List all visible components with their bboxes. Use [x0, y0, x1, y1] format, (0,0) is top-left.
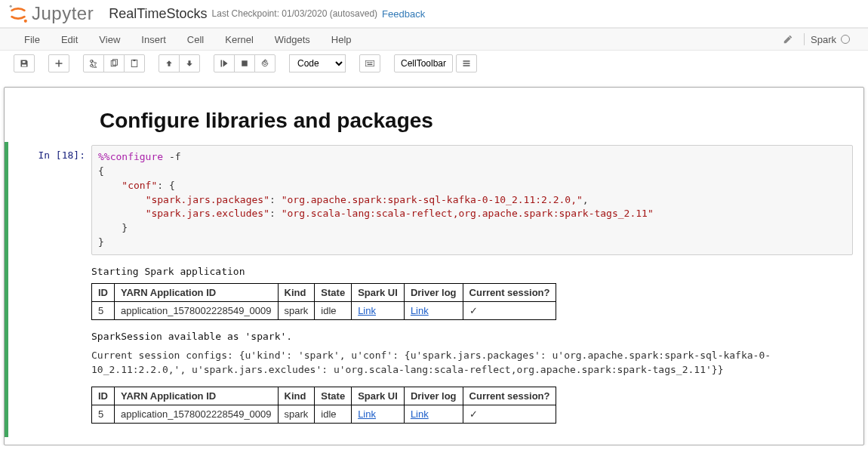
svg-point-2 [91, 65, 93, 67]
output-starting: Starting Spark application [91, 266, 853, 277]
edit-icon[interactable] [783, 34, 793, 45]
markdown-cell[interactable]: Configure libraries and packages [5, 109, 863, 133]
sparkui-link[interactable]: Link [358, 305, 376, 316]
checkpoint-text: Last Checkpoint: 01/03/2020 (autosaved) [212, 8, 377, 19]
restart-button[interactable] [254, 54, 275, 72]
cut-icon [89, 59, 98, 68]
stop-icon [240, 59, 249, 68]
svg-rect-8 [221, 60, 223, 67]
run-icon [220, 59, 229, 68]
svg-point-1 [24, 20, 27, 23]
table-row: 5 application_1578002228549_0009 spark i… [92, 405, 556, 423]
table-header-row: ID YARN Application ID Kind State Spark … [92, 387, 556, 405]
notebook-container: Configure libraries and packages In [18]… [4, 87, 864, 445]
spark-app-table-1: ID YARN Application ID Kind State Spark … [91, 283, 556, 320]
jupyter-logo[interactable]: Jupyter [8, 3, 94, 24]
output-session-config: Current session configs: {u'kind': 'spar… [91, 348, 853, 377]
keyboard-button[interactable] [359, 54, 380, 72]
svg-point-3 [91, 60, 93, 63]
svg-rect-9 [242, 60, 248, 66]
svg-rect-7 [134, 60, 136, 61]
svg-rect-12 [368, 62, 369, 63]
code-cell[interactable]: In [18]: %%configure -f { "conf": { "spa… [5, 142, 863, 437]
copy-icon [109, 59, 119, 68]
toolbar-extra-button[interactable] [456, 54, 477, 72]
svg-rect-13 [370, 62, 371, 63]
arrow-down-icon [185, 59, 194, 68]
menubar: File Edit View Insert Cell Kernel Widget… [0, 28, 868, 51]
svg-rect-11 [367, 62, 368, 63]
feedback-link[interactable]: Feedback [382, 8, 425, 20]
header-bar: Jupyter RealTimeStocks Last Checkpoint: … [0, 0, 868, 28]
in-prompt: In [18]: [16, 145, 91, 255]
heading: Configure libraries and packages [100, 109, 853, 133]
menu-kernel[interactable]: Kernel [214, 29, 264, 50]
svg-rect-18 [463, 65, 470, 66]
move-down-button[interactable] [179, 54, 200, 72]
jupyter-icon [8, 3, 29, 24]
logo-text: Jupyter [32, 3, 94, 24]
celltoolbar-button[interactable]: CellToolbar [394, 54, 453, 72]
move-up-button[interactable] [159, 54, 180, 72]
divider [804, 33, 805, 45]
kernel-status-icon [841, 35, 850, 44]
stop-button[interactable] [234, 54, 255, 72]
copy-button[interactable] [103, 54, 125, 72]
plus-icon [54, 59, 63, 68]
menu-file[interactable]: File [14, 29, 51, 50]
kernel-indicator: Spark [811, 34, 854, 45]
svg-point-0 [10, 5, 12, 8]
table-header-row: ID YARN Application ID Kind State Spark … [92, 283, 556, 301]
arrow-up-icon [165, 59, 174, 68]
table-row: 5 application_1578002228549_0009 spark i… [92, 301, 556, 319]
svg-rect-15 [368, 64, 373, 65]
svg-rect-16 [463, 60, 470, 62]
svg-rect-17 [463, 63, 470, 64]
output-area: Starting Spark application ID YARN Appli… [91, 261, 853, 434]
menu-view[interactable]: View [88, 29, 131, 50]
menu-edit[interactable]: Edit [51, 29, 88, 50]
spark-app-table-2: ID YARN Application ID Kind State Spark … [91, 387, 556, 424]
output-session-avail: SparkSession available as 'spark'. [91, 331, 853, 342]
code-input[interactable]: %%configure -f { "conf": { "spark.jars.p… [91, 145, 853, 255]
cell-type-select[interactable]: Code [289, 54, 346, 72]
paste-button[interactable] [124, 54, 145, 72]
svg-rect-14 [371, 62, 372, 63]
svg-rect-10 [365, 60, 374, 66]
sparkui-link[interactable]: Link [358, 408, 376, 420]
driverlog-link[interactable]: Link [411, 305, 429, 316]
menu-help[interactable]: Help [321, 29, 362, 50]
cut-button[interactable] [83, 54, 104, 72]
save-button[interactable] [14, 54, 35, 72]
kernel-name: Spark [811, 34, 836, 45]
save-icon [20, 59, 29, 68]
menu-cell[interactable]: Cell [177, 29, 214, 50]
keyboard-icon [365, 59, 374, 68]
paste-icon [130, 59, 139, 68]
menu-insert[interactable]: Insert [131, 29, 177, 50]
driverlog-link[interactable]: Link [411, 408, 429, 420]
restart-icon [260, 59, 269, 68]
notebook-name[interactable]: RealTimeStocks [109, 6, 207, 22]
add-cell-button[interactable] [48, 54, 69, 72]
list-icon [462, 59, 471, 68]
run-button[interactable] [214, 54, 235, 72]
menu-widgets[interactable]: Widgets [264, 29, 321, 50]
toolbar: Code CellToolbar [0, 51, 868, 76]
